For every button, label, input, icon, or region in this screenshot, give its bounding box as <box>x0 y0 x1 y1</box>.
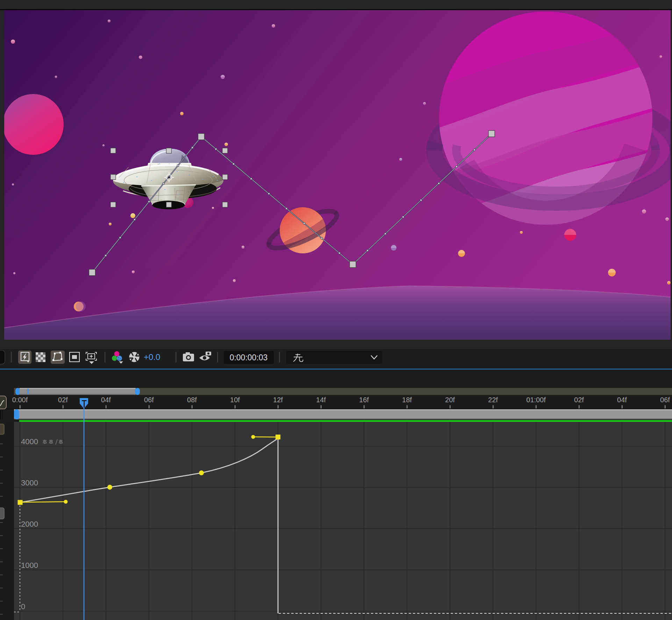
svg-text:14f: 14f <box>316 396 326 404</box>
svg-text:0:00:00:03: 0:00:00:03 <box>230 353 268 362</box>
svg-text:0:00f: 0:00f <box>12 396 28 404</box>
svg-text:06f: 06f <box>144 396 154 404</box>
svg-text:04f: 04f <box>101 396 111 404</box>
svg-text:02f: 02f <box>58 396 68 404</box>
svg-text:10f: 10f <box>230 396 240 404</box>
svg-text:0: 0 <box>21 602 25 611</box>
svg-text:01:00f: 01:00f <box>526 396 546 404</box>
svg-text:20f: 20f <box>445 396 455 404</box>
svg-text:02f: 02f <box>574 396 584 404</box>
svg-text:06f: 06f <box>660 396 670 404</box>
svg-text:16f: 16f <box>359 396 369 404</box>
svg-text:1000: 1000 <box>21 561 38 570</box>
svg-text:18f: 18f <box>402 396 412 404</box>
svg-text:04f: 04f <box>617 396 627 404</box>
svg-text:12f: 12f <box>273 396 283 404</box>
svg-text:08f: 08f <box>187 396 197 404</box>
svg-text:2000: 2000 <box>21 520 38 528</box>
svg-text:+0.0: +0.0 <box>144 352 160 362</box>
svg-text:3000: 3000 <box>21 478 38 487</box>
svg-text:22f: 22f <box>488 396 498 404</box>
svg-text:4000: 4000 <box>21 437 38 446</box>
